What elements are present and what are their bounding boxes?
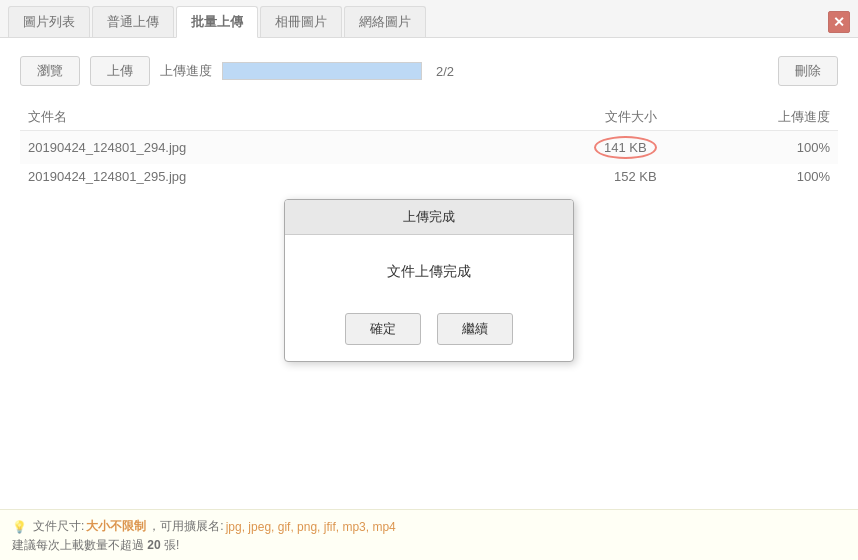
modal-body: 文件上傳完成 <box>285 235 573 301</box>
modal-overlay: 上傳完成 文件上傳完成 確定 繼續 <box>0 0 858 560</box>
upload-complete-modal: 上傳完成 文件上傳完成 確定 繼續 <box>284 199 574 362</box>
continue-button[interactable]: 繼續 <box>437 313 513 345</box>
modal-header: 上傳完成 <box>285 200 573 235</box>
modal-footer: 確定 繼續 <box>285 301 573 361</box>
ok-button[interactable]: 確定 <box>345 313 421 345</box>
